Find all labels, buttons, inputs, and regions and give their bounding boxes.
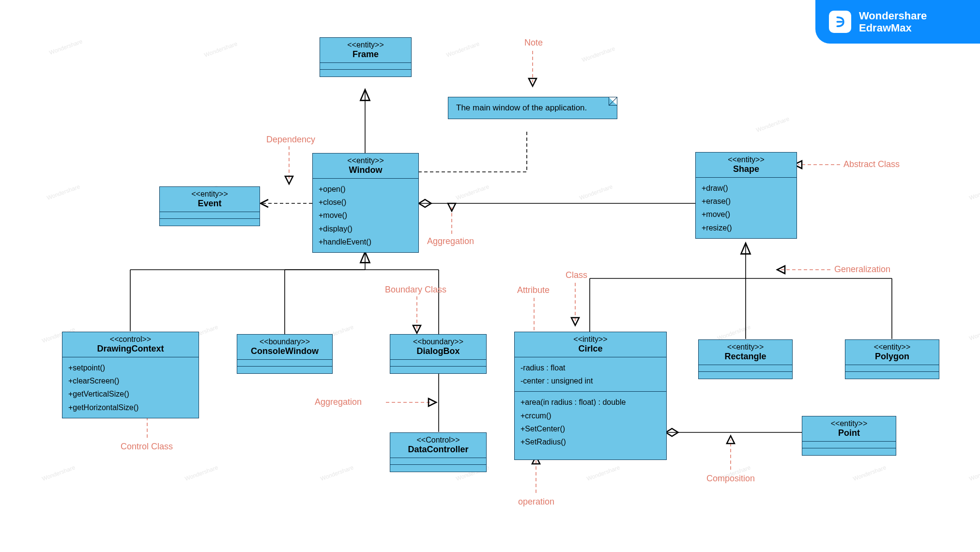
label-aggregation-2: Aggregation bbox=[315, 397, 362, 407]
label-note: Note bbox=[524, 38, 543, 48]
class-event: <<entity>>Event bbox=[159, 186, 260, 226]
class-shape: <<entity>>Shape +draw() +erase() +move()… bbox=[695, 152, 797, 239]
class-dialogbox: <<boundary>>DialogBox bbox=[390, 334, 487, 374]
class-polygon: <<entity>>Polygon bbox=[845, 339, 939, 379]
label-abstract: Abstract Class bbox=[843, 159, 900, 169]
class-frame: <<entity>>Frame bbox=[320, 37, 412, 77]
class-datacontroller: <<Control>>DataController bbox=[390, 432, 487, 472]
label-operation: operation bbox=[518, 497, 554, 507]
label-control: Control Class bbox=[121, 442, 173, 452]
class-point: <<entity>>Point bbox=[802, 416, 896, 456]
class-consolewindow: <<boundary>>ConsoleWindow bbox=[237, 334, 333, 374]
class-circle: <<intity>>Cirlce -radius : float -center… bbox=[514, 332, 667, 460]
connectors bbox=[0, 0, 980, 552]
label-aggregation-1: Aggregation bbox=[427, 236, 474, 246]
label-class: Class bbox=[566, 270, 587, 280]
class-rectangle: <<entity>>Rectangle bbox=[698, 339, 793, 379]
edrawmax-icon bbox=[829, 11, 851, 33]
label-composition: Composition bbox=[706, 474, 755, 484]
label-generalization: Generalization bbox=[834, 264, 890, 275]
class-window: <<entity>>Window +open() +close() +move(… bbox=[312, 153, 419, 253]
label-dependency: Dependency bbox=[266, 135, 315, 145]
note-window: The main window of the application. bbox=[448, 97, 617, 119]
label-attribute: Attribute bbox=[517, 285, 550, 295]
class-drawingcontext: <<control>>DrawingContext +setpoint() +c… bbox=[62, 332, 199, 418]
brand-text: Wondershare EdrawMax bbox=[859, 10, 927, 34]
label-boundary: Boundary Class bbox=[385, 285, 446, 295]
brand-badge: Wondershare EdrawMax bbox=[815, 0, 980, 44]
